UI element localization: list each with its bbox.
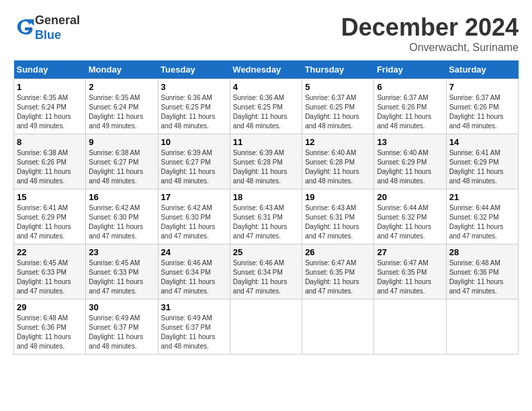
calendar-cell: 21Sunrise: 6:44 AMSunset: 6:32 PMDayligh…: [446, 189, 518, 244]
day-number: 6: [377, 82, 443, 92]
calendar-cell: 26Sunrise: 6:47 AMSunset: 6:35 PMDayligh…: [302, 244, 374, 300]
day-number: 11: [233, 137, 299, 147]
calendar-week-row: 29Sunrise: 6:48 AMSunset: 6:36 PMDayligh…: [14, 300, 519, 355]
day-info: Sunrise: 6:42 AMSunset: 6:30 PMDaylight:…: [89, 203, 154, 241]
calendar-cell: 28Sunrise: 6:48 AMSunset: 6:36 PMDayligh…: [446, 244, 518, 300]
day-header-wednesday: Wednesday: [230, 60, 302, 79]
day-info: Sunrise: 6:38 AMSunset: 6:27 PMDaylight:…: [89, 148, 154, 186]
day-number: 15: [17, 192, 83, 202]
day-info: Sunrise: 6:49 AMSunset: 6:37 PMDaylight:…: [161, 314, 227, 351]
day-header-friday: Friday: [374, 60, 446, 79]
day-number: 27: [377, 247, 443, 257]
calendar-cell: 6Sunrise: 6:37 AMSunset: 6:26 PMDaylight…: [374, 79, 446, 134]
day-number: 30: [89, 302, 154, 312]
calendar-cell: 2Sunrise: 6:35 AMSunset: 6:24 PMDaylight…: [86, 79, 158, 134]
calendar-cell: 20Sunrise: 6:44 AMSunset: 6:32 PMDayligh…: [374, 189, 446, 244]
day-info: Sunrise: 6:40 AMSunset: 6:28 PMDaylight:…: [305, 148, 371, 186]
calendar-week-row: 22Sunrise: 6:45 AMSunset: 6:33 PMDayligh…: [14, 244, 519, 300]
logo: General Blue: [13, 13, 80, 42]
day-number: 5: [305, 82, 371, 92]
day-number: 25: [233, 247, 299, 257]
day-info: Sunrise: 6:43 AMSunset: 6:31 PMDaylight:…: [305, 203, 371, 241]
day-number: 2: [89, 82, 154, 92]
calendar-week-row: 8Sunrise: 6:38 AMSunset: 6:26 PMDaylight…: [14, 134, 519, 189]
day-number: 9: [89, 137, 154, 147]
day-number: 31: [161, 302, 227, 312]
day-number: 17: [161, 192, 227, 202]
calendar-cell: [230, 300, 302, 355]
day-number: 8: [17, 137, 83, 147]
day-info: Sunrise: 6:37 AMSunset: 6:26 PMDaylight:…: [449, 93, 515, 131]
day-number: 22: [17, 247, 83, 257]
calendar-cell: 27Sunrise: 6:47 AMSunset: 6:35 PMDayligh…: [374, 244, 446, 300]
calendar-cell: 5Sunrise: 6:37 AMSunset: 6:25 PMDaylight…: [302, 79, 374, 134]
day-header-saturday: Saturday: [446, 60, 518, 79]
day-info: Sunrise: 6:46 AMSunset: 6:34 PMDaylight:…: [161, 259, 227, 296]
day-info: Sunrise: 6:40 AMSunset: 6:29 PMDaylight:…: [377, 148, 443, 186]
day-number: 23: [89, 247, 154, 257]
calendar-table: SundayMondayTuesdayWednesdayThursdayFrid…: [13, 60, 519, 355]
day-info: Sunrise: 6:37 AMSunset: 6:26 PMDaylight:…: [377, 93, 443, 131]
location: Onverwacht, Suriname: [341, 42, 519, 54]
calendar-week-row: 15Sunrise: 6:41 AMSunset: 6:29 PMDayligh…: [14, 189, 519, 244]
day-number: 24: [161, 247, 227, 257]
day-info: Sunrise: 6:35 AMSunset: 6:24 PMDaylight:…: [17, 93, 83, 131]
calendar-cell: [446, 300, 518, 355]
day-number: 14: [449, 137, 515, 147]
day-number: 18: [233, 192, 299, 202]
day-header-sunday: Sunday: [14, 60, 86, 79]
day-number: 7: [449, 82, 515, 92]
calendar-cell: 1Sunrise: 6:35 AMSunset: 6:24 PMDaylight…: [14, 79, 86, 134]
calendar-cell: 8Sunrise: 6:38 AMSunset: 6:26 PMDaylight…: [14, 134, 86, 189]
day-info: Sunrise: 6:41 AMSunset: 6:29 PMDaylight:…: [17, 203, 83, 241]
day-number: 16: [89, 192, 154, 202]
calendar-cell: 15Sunrise: 6:41 AMSunset: 6:29 PMDayligh…: [14, 189, 86, 244]
day-info: Sunrise: 6:45 AMSunset: 6:33 PMDaylight:…: [17, 259, 83, 296]
day-number: 4: [233, 82, 299, 92]
calendar-cell: 10Sunrise: 6:39 AMSunset: 6:27 PMDayligh…: [158, 134, 230, 189]
day-info: Sunrise: 6:44 AMSunset: 6:32 PMDaylight:…: [377, 203, 443, 241]
day-number: 1: [17, 82, 83, 92]
day-header-tuesday: Tuesday: [158, 60, 230, 79]
day-number: 21: [449, 192, 515, 202]
logo-blue: Blue: [35, 28, 80, 43]
day-number: 10: [161, 137, 227, 147]
logo-text: General Blue: [35, 13, 80, 42]
calendar-cell: 13Sunrise: 6:40 AMSunset: 6:29 PMDayligh…: [374, 134, 446, 189]
calendar-cell: 22Sunrise: 6:45 AMSunset: 6:33 PMDayligh…: [14, 244, 86, 300]
day-info: Sunrise: 6:48 AMSunset: 6:36 PMDaylight:…: [449, 259, 515, 296]
day-number: 20: [377, 192, 443, 202]
day-number: 3: [161, 82, 227, 92]
calendar-cell: 30Sunrise: 6:49 AMSunset: 6:37 PMDayligh…: [86, 300, 158, 355]
day-info: Sunrise: 6:39 AMSunset: 6:27 PMDaylight:…: [161, 148, 227, 186]
day-number: 19: [305, 192, 371, 202]
day-header-monday: Monday: [86, 60, 158, 79]
day-info: Sunrise: 6:39 AMSunset: 6:28 PMDaylight:…: [233, 148, 299, 186]
calendar-header-row: SundayMondayTuesdayWednesdayThursdayFrid…: [14, 60, 519, 79]
logo-icon: [15, 17, 35, 37]
day-info: Sunrise: 6:44 AMSunset: 6:32 PMDaylight:…: [449, 203, 515, 241]
calendar-cell: [374, 300, 446, 355]
day-info: Sunrise: 6:38 AMSunset: 6:26 PMDaylight:…: [17, 148, 83, 186]
calendar-cell: 24Sunrise: 6:46 AMSunset: 6:34 PMDayligh…: [158, 244, 230, 300]
page-header: General Blue December 2024 Onverwacht, S…: [13, 13, 519, 54]
day-info: Sunrise: 6:48 AMSunset: 6:36 PMDaylight:…: [17, 314, 83, 351]
calendar-cell: [302, 300, 374, 355]
calendar-cell: 3Sunrise: 6:36 AMSunset: 6:25 PMDaylight…: [158, 79, 230, 134]
day-info: Sunrise: 6:41 AMSunset: 6:29 PMDaylight:…: [449, 148, 515, 186]
calendar-cell: 19Sunrise: 6:43 AMSunset: 6:31 PMDayligh…: [302, 189, 374, 244]
title-block: December 2024 Onverwacht, Suriname: [341, 13, 519, 54]
day-header-thursday: Thursday: [302, 60, 374, 79]
calendar-cell: 23Sunrise: 6:45 AMSunset: 6:33 PMDayligh…: [86, 244, 158, 300]
calendar-cell: 25Sunrise: 6:46 AMSunset: 6:34 PMDayligh…: [230, 244, 302, 300]
calendar-cell: 12Sunrise: 6:40 AMSunset: 6:28 PMDayligh…: [302, 134, 374, 189]
calendar-cell: 7Sunrise: 6:37 AMSunset: 6:26 PMDaylight…: [446, 79, 518, 134]
calendar-cell: 17Sunrise: 6:42 AMSunset: 6:30 PMDayligh…: [158, 189, 230, 244]
day-number: 12: [305, 137, 371, 147]
calendar-cell: 14Sunrise: 6:41 AMSunset: 6:29 PMDayligh…: [446, 134, 518, 189]
day-number: 29: [17, 302, 83, 312]
month-title: December 2024: [341, 13, 519, 42]
calendar-cell: 16Sunrise: 6:42 AMSunset: 6:30 PMDayligh…: [86, 189, 158, 244]
day-number: 28: [449, 247, 515, 257]
calendar-cell: 4Sunrise: 6:36 AMSunset: 6:25 PMDaylight…: [230, 79, 302, 134]
